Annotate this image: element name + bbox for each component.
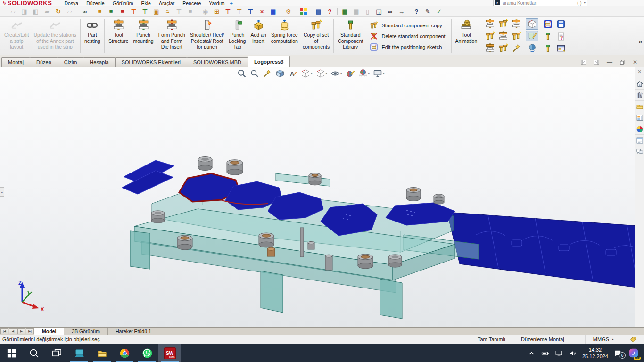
tool-animation-icon[interactable]: ⚙ [284, 8, 292, 16]
tab-scroll-prev-icon[interactable]: ◀ [9, 328, 17, 334]
color-palette-icon[interactable] [299, 8, 307, 16]
ribbon-overflow-button[interactable]: » [638, 38, 642, 45]
die-tool-button[interactable] [497, 30, 510, 42]
edit-appearance-icon[interactable] [346, 69, 355, 78]
minimize-icon[interactable]: — [607, 59, 612, 65]
menu-dosya[interactable]: Dosya [64, 0, 78, 6]
file-explorer-icon[interactable] [635, 100, 644, 112]
spring-icon[interactable]: ≈ [164, 8, 172, 16]
save-table-button[interactable] [554, 18, 567, 30]
units-selector[interactable]: MMGS▲ [585, 335, 622, 344]
zoom-to-area-icon[interactable] [250, 69, 259, 78]
spring-force-button[interactable]: Spring force computation [269, 18, 300, 54]
tab-solidworks-mbd[interactable]: SOLIDWORKS MBD [187, 57, 248, 67]
appearances-icon[interactable] [635, 123, 644, 134]
delete-punch-icon[interactable]: × [258, 8, 266, 16]
taskbar-pc-app[interactable] [68, 344, 91, 362]
die-tool-button[interactable] [484, 30, 496, 42]
start-button[interactable] [0, 344, 23, 362]
station-up-icon[interactable]: ◨ [20, 8, 28, 16]
window-spark-button[interactable] [554, 42, 567, 54]
taskbar-solidworks[interactable]: SW2016 [158, 344, 181, 362]
document-gray-icon[interactable]: ▯ [363, 8, 372, 16]
die-station-icon[interactable]: ≡ [96, 8, 104, 16]
punch-copy-icon[interactable]: ⊤ [247, 8, 255, 16]
notification-center-button[interactable]: 6 [614, 349, 622, 357]
view-settings-icon[interactable]: ▾ [373, 69, 385, 78]
home-icon[interactable] [635, 78, 644, 89]
part-nesting-link-icon[interactable]: ∞ [81, 8, 89, 16]
menu-duzenle[interactable]: Düzenle [86, 0, 105, 6]
toolbar-grip[interactable] [3, 8, 5, 15]
edit-component-button[interactable] [526, 31, 538, 42]
add-insert-icon[interactable]: ▣ [152, 8, 160, 16]
view-palette-icon[interactable] [635, 112, 644, 123]
tab-hareket-etudu[interactable]: Hareket Etüdü 1 [108, 328, 159, 335]
hand-tool-icon[interactable]: ◉ [201, 8, 209, 16]
edit-positioning-sketch-button[interactable]: Edit the positioning sketch [370, 43, 445, 51]
die-tool-button[interactable] [484, 42, 496, 54]
menu-ekle[interactable]: Ekle [141, 0, 151, 6]
window-copy-icon[interactable]: ◱ [375, 8, 383, 16]
tab-solidworks-eklentileri[interactable]: SOLIDWORKS Eklentileri [115, 57, 187, 67]
create-strip-layout-button[interactable]: Create/Edit a strip layout [2, 18, 32, 54]
tab-hesapla[interactable]: Hesapla [83, 57, 115, 67]
die-gray-icon[interactable]: ≡ [186, 8, 194, 16]
link-goto-icon[interactable]: → [397, 8, 405, 16]
taskbar-clock[interactable]: 14:32 25.12.2024 [582, 346, 608, 360]
taskbar-chrome[interactable] [113, 344, 136, 362]
pin-icon[interactable]: ✦ [229, 1, 233, 6]
die-tool-button[interactable] [497, 42, 510, 54]
tutorials-icon[interactable]: ✎ [424, 8, 432, 16]
punch-yellow-icon[interactable]: ⊤ [235, 8, 243, 16]
search-box[interactable]: ▸ arama Komutları ( ) ▾ [493, 0, 587, 6]
die-station-green-icon[interactable]: ≡ [107, 8, 115, 16]
table-gray-icon[interactable]: ▦ [352, 8, 360, 16]
menu-araclar[interactable]: Araçlar [159, 0, 174, 6]
punch-button[interactable] [541, 30, 554, 42]
forum-icon[interactable] [635, 146, 644, 157]
palette-button[interactable] [541, 18, 554, 30]
apply-scene-icon[interactable]: ▾ [358, 69, 370, 78]
rear-rail[interactable] [276, 173, 330, 186]
view-orientation-icon[interactable]: ▾ [301, 69, 313, 78]
die-tool-button[interactable] [484, 18, 496, 30]
task-pane-close-icon[interactable]: ✕ [637, 67, 642, 78]
create-strip-icon[interactable]: ▱ [9, 8, 17, 16]
punch-mounting-button[interactable]: Punch mounting [131, 18, 156, 54]
copy-components-icon[interactable]: ⊞ [213, 8, 221, 16]
die-tool-button[interactable] [510, 42, 523, 54]
tab-scroll-next-icon[interactable]: ▶ [17, 328, 25, 334]
tab-montaj[interactable]: Montaj [1, 57, 30, 67]
task-view-button[interactable] [45, 344, 68, 362]
zoom-to-fit-icon[interactable] [237, 69, 247, 78]
tab-scroll-first-icon[interactable]: |◀ [0, 328, 8, 334]
close-icon[interactable]: ✕ [633, 59, 637, 65]
custom-properties-icon[interactable] [635, 134, 644, 146]
update-stations-button[interactable]: Update the stations of the Annex part us… [32, 18, 79, 54]
water-sphere-button[interactable] [526, 42, 538, 54]
help-icon[interactable]: ? [413, 8, 421, 16]
options-check-icon[interactable]: ✓ [435, 8, 443, 16]
station-down-icon[interactable]: ◧ [32, 8, 40, 16]
part-nesting-button[interactable]: Part nesting [82, 18, 103, 54]
positioning-sketch-icon[interactable]: ▦ [269, 8, 277, 16]
tool-structure-button[interactable]: Tool Structure [106, 18, 131, 54]
link-new-icon[interactable]: ∞ [386, 8, 394, 16]
punch-flame-icon[interactable]: ⊤ [130, 8, 138, 16]
volume-icon[interactable] [569, 349, 577, 357]
design-library-icon[interactable] [635, 89, 644, 100]
tab-cizim[interactable]: Çizim [58, 57, 84, 67]
punch-gray-icon[interactable]: ⊤ [175, 8, 183, 16]
tag-button[interactable] [622, 335, 644, 344]
display-style-icon[interactable]: ▾ [316, 69, 328, 78]
copilot-button[interactable]: PRE [627, 347, 639, 359]
hide-show-items-icon[interactable]: ▾ [330, 69, 342, 78]
die-tool-button[interactable] [497, 18, 510, 30]
die-tool-button[interactable] [510, 30, 523, 42]
punch-standard-icon[interactable]: ⊤ [141, 8, 149, 16]
strip-3d-icon[interactable]: ▰ [43, 8, 51, 16]
taskbar-search-button[interactable] [23, 344, 45, 362]
network-icon[interactable] [555, 349, 563, 357]
copy-set-components-button[interactable]: Copy of set of components [300, 18, 332, 54]
